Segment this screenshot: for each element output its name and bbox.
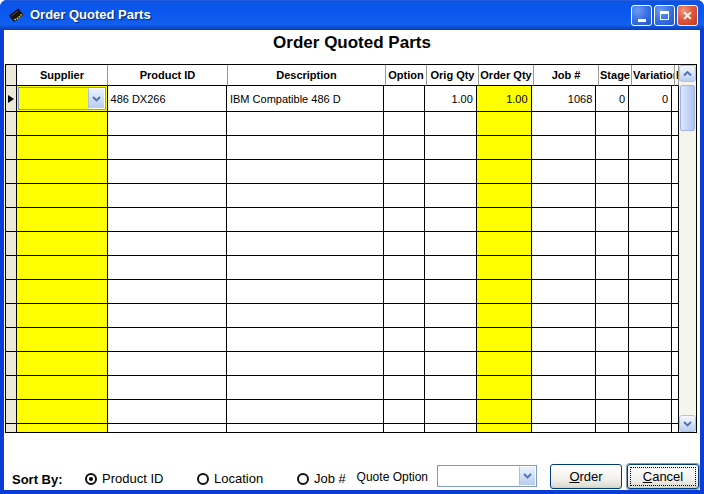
cell-description — [227, 256, 384, 279]
grid-empty-row — [6, 256, 679, 280]
close-button[interactable]: ✕ — [677, 5, 698, 26]
row-selector[interactable] — [6, 400, 17, 423]
cell-option — [384, 424, 425, 432]
cell-product-id — [108, 160, 227, 183]
cell-order-qty[interactable] — [477, 328, 532, 351]
cell-order-qty[interactable]: 1.00 — [477, 86, 532, 111]
cell-supplier[interactable] — [17, 328, 108, 351]
cell-order-qty[interactable] — [477, 136, 532, 159]
cell-order-qty[interactable] — [477, 280, 532, 303]
scrollbar-up-button[interactable] — [679, 65, 696, 82]
cell-stage — [596, 400, 629, 423]
cell-supplier[interactable] — [17, 424, 108, 432]
cell-variation — [629, 136, 672, 159]
cell-job — [532, 136, 597, 159]
supplier-combobox[interactable] — [18, 87, 106, 110]
page-title: Order Quoted Parts — [4, 33, 700, 53]
quote-option-dropdown-button[interactable] — [519, 466, 536, 486]
cell-supplier[interactable] — [17, 136, 108, 159]
column-header-product-id: Product ID — [108, 65, 228, 86]
cell-d — [672, 184, 679, 207]
row-selector[interactable] — [6, 184, 17, 207]
cell-stage — [596, 136, 629, 159]
cell-order-qty[interactable] — [477, 304, 532, 327]
cell-supplier[interactable] — [17, 304, 108, 327]
cell-d — [672, 256, 679, 279]
row-selector[interactable] — [6, 208, 17, 231]
cell-supplier[interactable] — [17, 232, 108, 255]
cell-stage — [596, 424, 629, 432]
cell-order-qty[interactable] — [477, 112, 532, 135]
maximize-button[interactable] — [654, 5, 675, 26]
cell-supplier[interactable] — [17, 184, 108, 207]
row-selector[interactable] — [6, 376, 17, 399]
row-selector[interactable] — [6, 328, 17, 351]
order-button[interactable]: Order — [550, 464, 622, 489]
quote-option-combobox[interactable] — [437, 465, 537, 487]
cell-stage — [596, 160, 629, 183]
row-selector[interactable] — [6, 256, 17, 279]
row-selector[interactable] — [6, 136, 17, 159]
grid-empty-row-partial — [6, 424, 679, 432]
radio-circle-icon[interactable] — [197, 473, 209, 485]
radio-circle-icon[interactable] — [297, 473, 309, 485]
cell-order-qty[interactable] — [477, 208, 532, 231]
column-header-description: Description — [228, 65, 386, 86]
row-selector[interactable] — [6, 112, 17, 135]
cancel-button[interactable]: Cancel — [627, 464, 699, 489]
scrollbar-down-button[interactable] — [679, 415, 696, 432]
row-selector[interactable] — [6, 304, 17, 327]
cell-supplier[interactable] — [17, 352, 108, 375]
sort-by-radio-product-id[interactable]: Product ID — [85, 471, 163, 486]
cell-order-qty[interactable] — [477, 160, 532, 183]
sort-by-radio-location[interactable]: Location — [197, 471, 263, 486]
cell-description — [227, 232, 384, 255]
cell-variation — [629, 304, 672, 327]
cell-order-qty[interactable] — [477, 424, 532, 432]
cell-supplier[interactable] — [17, 86, 108, 111]
quoted-parts-grid: SupplierProduct IDDescriptionOptionOrig … — [5, 64, 697, 433]
quote-option-label: Quote Option — [352, 470, 428, 484]
cell-order-qty[interactable] — [477, 256, 532, 279]
cell-description — [227, 304, 384, 327]
cell-supplier[interactable] — [17, 280, 108, 303]
cell-product-id — [108, 376, 227, 399]
cell-supplier[interactable] — [17, 112, 108, 135]
cell-supplier[interactable] — [17, 400, 108, 423]
cell-product-id — [108, 256, 227, 279]
cell-description — [227, 400, 384, 423]
radio-circle-icon[interactable] — [85, 473, 97, 485]
row-selector[interactable] — [6, 280, 17, 303]
minimize-button[interactable] — [631, 5, 652, 26]
cell-option — [384, 232, 425, 255]
scrollbar-thumb[interactable] — [680, 85, 695, 131]
cell-product-id — [108, 208, 227, 231]
cell-option — [384, 112, 425, 135]
cell-supplier[interactable] — [17, 208, 108, 231]
cell-orig-qty — [425, 352, 477, 375]
supplier-dropdown-button[interactable] — [88, 88, 105, 109]
row-selector[interactable] — [6, 232, 17, 255]
sort-by-radio-job[interactable]: Job # — [297, 471, 346, 486]
cell-stage — [596, 256, 629, 279]
row-selector[interactable] — [6, 160, 17, 183]
cell-variation — [629, 376, 672, 399]
column-header-option: Option — [386, 65, 427, 86]
cell-order-qty[interactable] — [477, 400, 532, 423]
row-selector[interactable] — [6, 86, 17, 111]
cell-order-qty[interactable] — [477, 376, 532, 399]
vertical-scrollbar[interactable] — [679, 65, 696, 432]
cell-order-qty[interactable] — [477, 184, 532, 207]
cell-order-qty[interactable] — [477, 232, 532, 255]
row-selector[interactable] — [6, 424, 17, 432]
cell-order-qty[interactable] — [477, 352, 532, 375]
cell-stage — [596, 112, 629, 135]
cell-variation — [629, 160, 672, 183]
cell-d — [672, 352, 679, 375]
cell-supplier[interactable] — [17, 160, 108, 183]
grid-row: 486 DX266IBM Compatible 486 D1.001.00106… — [6, 86, 679, 112]
row-selector[interactable] — [6, 352, 17, 375]
cell-product-id: 486 DX266 — [108, 86, 227, 111]
cell-supplier[interactable] — [17, 256, 108, 279]
cell-supplier[interactable] — [17, 376, 108, 399]
